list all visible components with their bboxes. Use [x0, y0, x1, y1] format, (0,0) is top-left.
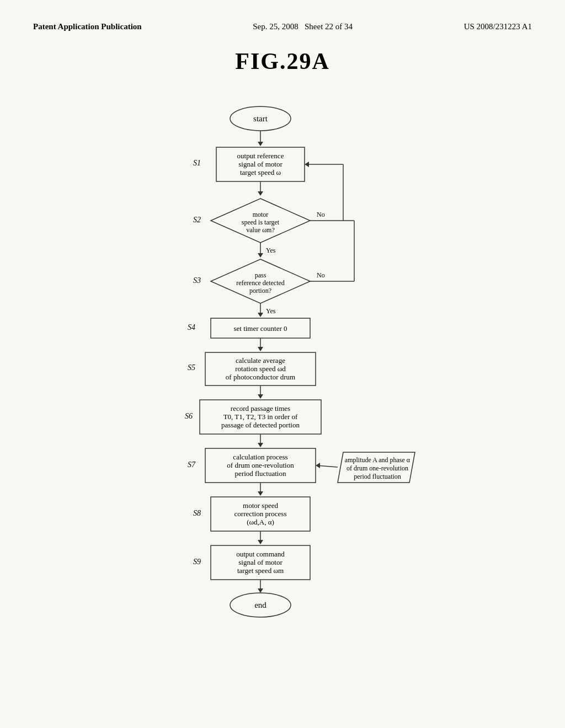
svg-marker-36	[258, 540, 263, 544]
s6-line2: T0, T1, T2, T3 in order of	[223, 413, 298, 421]
s4-label: S4	[188, 323, 195, 331]
s3-yes-label: Yes	[266, 307, 276, 315]
s8-line1: motor speed	[243, 501, 278, 510]
s5-line2: rotation speed ωd	[235, 365, 286, 373]
s8-label: S8	[193, 509, 201, 517]
s7-label: S7	[188, 461, 196, 469]
start-label: start	[253, 114, 268, 123]
svg-marker-18	[258, 313, 263, 317]
s9-line3: target speed ωm	[237, 566, 284, 575]
page: Patent Application Publication Sep. 25, …	[0, 0, 565, 728]
end-label: end	[254, 601, 266, 609]
s7-line1: calculation process	[233, 453, 287, 461]
s4-text: set timer counter 0	[233, 324, 287, 333]
side-line2: of drum one-revolution	[347, 464, 408, 472]
svg-marker-24	[258, 394, 263, 399]
s2-line1: motor	[253, 211, 269, 218]
s5-label: S5	[188, 363, 195, 372]
s9-line2: signal of motor	[238, 558, 282, 566]
svg-marker-5	[258, 191, 263, 196]
patent-label: Patent Application Publication	[33, 22, 142, 31]
s3-line1: pass	[255, 271, 266, 279]
svg-marker-12	[258, 253, 263, 258]
s7-line3: period fluctuation	[235, 469, 286, 478]
flowchart-svg: start output reference signal of motor t…	[89, 97, 476, 676]
svg-marker-27	[258, 443, 263, 447]
s2-label: S2	[193, 216, 201, 224]
s5-line3: of photoconductor drum	[226, 373, 295, 381]
s6-line3: passage of detected portion	[221, 421, 300, 429]
s3-line2: reference detected	[236, 279, 285, 287]
svg-marker-33	[258, 491, 263, 496]
s8-line3: (ωd,A, α)	[247, 518, 274, 526]
s2-line3: value ωm?	[246, 226, 275, 234]
s2-yes-label: Yes	[266, 247, 276, 254]
svg-marker-21	[258, 347, 263, 351]
s1-line1: output reference	[237, 152, 284, 160]
s9-label: S9	[193, 558, 201, 566]
patent-number: US 2008/231223 A1	[464, 22, 532, 31]
svg-marker-39	[258, 588, 263, 593]
s1-line3: target speed ω	[240, 168, 281, 176]
s1-label: S1	[193, 159, 201, 167]
flowchart-container: start output reference signal of motor t…	[33, 97, 532, 676]
s2-no-label: No	[317, 211, 325, 218]
date-label: Sep. 25, 2008 Sheet 22 of 34	[253, 22, 353, 31]
header: Patent Application Publication Sep. 25, …	[33, 22, 532, 31]
side-line1: amplitude A and phase α	[345, 456, 411, 464]
s3-line3: portion?	[249, 287, 271, 295]
s3-label: S3	[193, 276, 201, 285]
figure-title: FIG.29A	[33, 48, 532, 74]
s8-line2: correction process	[234, 510, 287, 518]
s3-no-label: No	[317, 271, 325, 279]
svg-marker-10	[305, 162, 309, 167]
s9-line1: output command	[236, 550, 285, 558]
s5-line1: calculate average	[236, 356, 285, 365]
svg-marker-31	[316, 463, 320, 468]
s7-line2: of drum one-revolution	[227, 461, 294, 469]
svg-marker-2	[258, 142, 263, 146]
s6-label: S6	[185, 412, 193, 420]
side-line3: period fluctuation	[354, 473, 401, 480]
s1-line2: signal of motor	[238, 160, 282, 168]
s2-line2: speed is target	[242, 218, 280, 226]
s6-line1: record passage times	[231, 404, 290, 413]
